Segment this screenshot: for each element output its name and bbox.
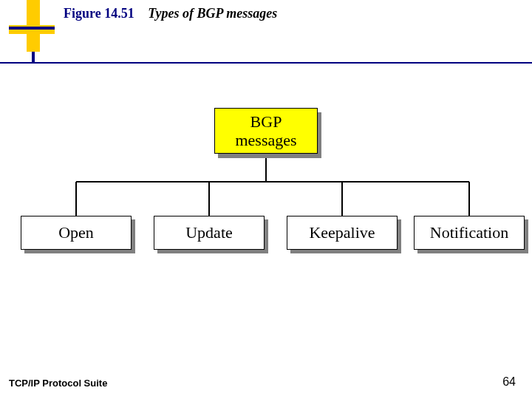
leaf-box: Update <box>154 216 265 250</box>
leaf-label: Update <box>185 223 233 242</box>
leaf-box: Notification <box>414 216 525 250</box>
root-label-line1: BGP <box>250 112 282 131</box>
footer-source: TCP/IP Protocol Suite <box>9 378 107 389</box>
root-label-line2: messages <box>235 131 296 149</box>
page-number: 64 <box>502 375 516 389</box>
figure-title: Types of BGP messages <box>148 6 277 21</box>
diagram-area: BGP messages OpenUpdateKeepaliveNotifica… <box>0 108 532 366</box>
leaf-box: Keepalive <box>287 216 398 250</box>
figure-header: Figure 14.51 Types of BGP messages <box>64 6 277 21</box>
slide-header: Figure 14.51 Types of BGP messages <box>0 0 532 64</box>
root-box: BGP messages <box>214 108 318 154</box>
leaf-label: Notification <box>430 223 508 242</box>
leaf-box: Open <box>21 216 132 250</box>
figure-number: Figure 14.51 <box>64 6 134 21</box>
leaf-label: Open <box>58 223 94 242</box>
leaf-label: Keepalive <box>309 223 375 242</box>
ornament-block <box>32 52 35 64</box>
ornament-block <box>9 27 55 30</box>
